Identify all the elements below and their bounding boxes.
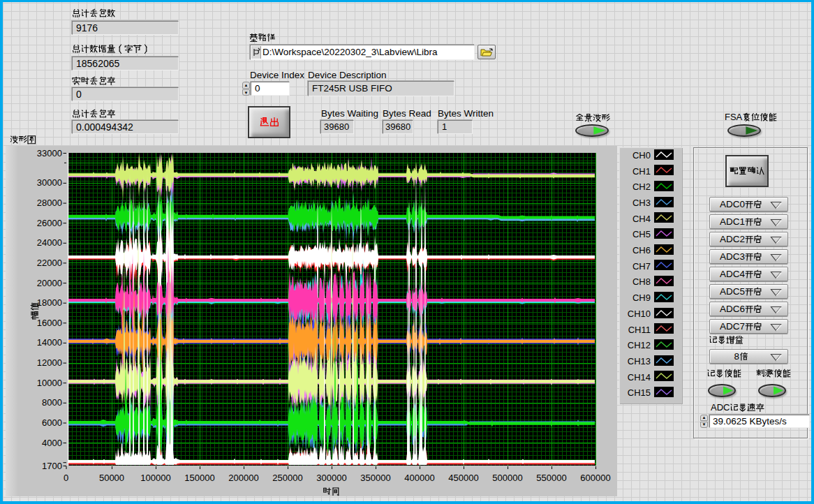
svg-text:12000: 12000 xyxy=(37,357,62,368)
svg-text:6000: 6000 xyxy=(42,417,62,428)
svg-text:24000: 24000 xyxy=(37,237,62,248)
svg-text:22000: 22000 xyxy=(37,258,62,268)
svg-text:14000: 14000 xyxy=(37,337,62,348)
svg-text:150000: 150000 xyxy=(184,473,214,483)
svg-text:10000: 10000 xyxy=(37,378,62,388)
svg-text:4000: 4000 xyxy=(42,438,62,448)
svg-text:30000: 30000 xyxy=(37,177,62,188)
svg-text:33000: 33000 xyxy=(37,148,62,158)
svg-text:8000: 8000 xyxy=(42,397,62,408)
svg-text:600000: 600000 xyxy=(580,473,610,483)
svg-text:0: 0 xyxy=(64,473,68,483)
svg-text:18000: 18000 xyxy=(37,297,62,308)
svg-text:400000: 400000 xyxy=(404,473,434,483)
svg-text:550000: 550000 xyxy=(536,473,566,483)
svg-text:20000: 20000 xyxy=(37,278,62,288)
svg-text:1700: 1700 xyxy=(42,461,62,471)
svg-text:350000: 350000 xyxy=(360,473,390,483)
svg-text:26000: 26000 xyxy=(37,218,62,228)
svg-text:200000: 200000 xyxy=(228,473,258,483)
svg-text:300000: 300000 xyxy=(316,473,346,483)
svg-text:50000: 50000 xyxy=(99,473,124,483)
svg-text:450000: 450000 xyxy=(448,473,478,483)
svg-text:250000: 250000 xyxy=(272,473,302,483)
svg-text:500000: 500000 xyxy=(492,473,522,483)
svg-text:28000: 28000 xyxy=(37,198,62,208)
svg-text:100000: 100000 xyxy=(140,473,170,483)
svg-text:16000: 16000 xyxy=(37,318,62,328)
